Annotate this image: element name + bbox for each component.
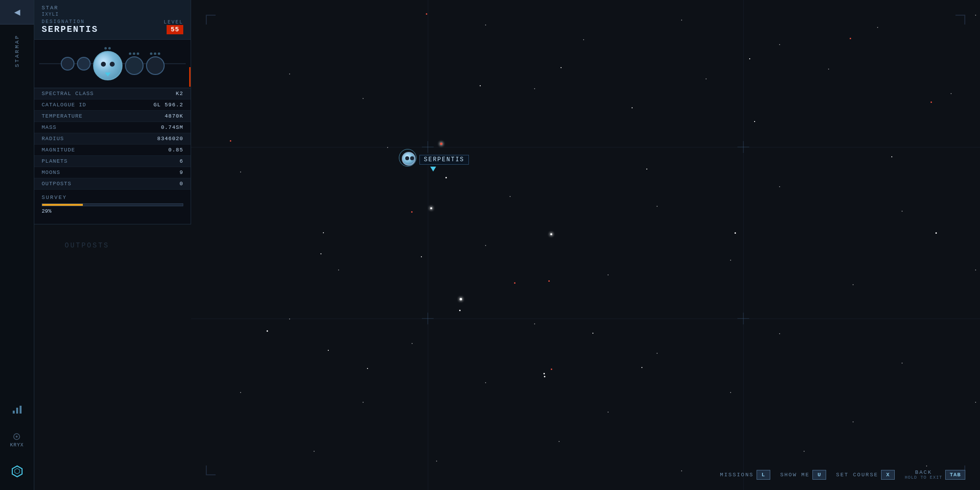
stat-label-1: CATALOGUE ID (42, 102, 86, 108)
bg-star-26 (608, 274, 609, 275)
crosshair-1 (422, 141, 434, 153)
map-star-28 (749, 58, 750, 59)
svg-marker-6 (15, 468, 20, 474)
bg-star-17 (387, 147, 388, 148)
panel-accent (189, 67, 191, 87)
keybind-3: BACK HOLD TO EXIT TAB (905, 469, 965, 480)
map-star-1 (561, 67, 562, 68)
map-star-29 (891, 156, 892, 157)
stat-row-2: TEMPERATURE 4870K (34, 111, 191, 122)
stat-value-6: 6 (179, 158, 183, 164)
bg-star-13 (828, 69, 829, 70)
keybind-key-3[interactable]: TAB (945, 470, 965, 480)
map-star-22 (267, 330, 268, 332)
kryx-location[interactable]: KRYX (10, 433, 24, 448)
map-star-11 (430, 207, 432, 209)
stat-value-3: 0.74SM (161, 124, 183, 130)
stat-row-1: CATALOGUE ID GL 596.2 (34, 99, 191, 111)
map-star-2 (480, 85, 481, 86)
panel-title-row: DESIGNATION SERPENTIS LEVEL 55 (42, 19, 183, 34)
map-star-8 (754, 121, 755, 122)
stats-table: SPECTRAL CLASS K2 CATALOGUE ID GL 596.2 … (34, 88, 191, 190)
keybind-key-2[interactable]: X (881, 470, 895, 480)
keybind-back-label: BACK (915, 469, 932, 475)
survey-fill (42, 204, 83, 206)
stat-value-5: 0.85 (169, 147, 183, 153)
stat-row-0: SPECTRAL CLASS K2 (34, 88, 191, 99)
keybind-key-1[interactable]: U (812, 470, 826, 480)
map-star-7 (632, 107, 633, 108)
bg-star-10 (363, 98, 364, 99)
bg-star-20 (779, 186, 780, 187)
map-star-10 (411, 211, 413, 213)
svg-rect-0 (13, 411, 15, 414)
bg-star-11 (534, 88, 535, 89)
hex-icon[interactable] (8, 463, 26, 480)
outposts-watermark: outpoStS (65, 242, 109, 249)
bg-star-36 (902, 363, 903, 364)
bg-star-40 (363, 402, 364, 403)
stat-row-3: MASS 0.74SM (34, 122, 191, 133)
map-star-30 (935, 232, 937, 234)
keybind-back-block: BACK HOLD TO EXIT (905, 469, 942, 480)
stats-icon[interactable] (8, 400, 26, 418)
planet-3 (125, 52, 144, 75)
star-marker-serpentis[interactable]: SERPENTIS (402, 152, 469, 172)
panel-category: STAR (42, 5, 183, 11)
kryx-label: KRYX (10, 442, 24, 448)
keybind-label-1: SHOW ME (780, 472, 809, 478)
keybind-0: MISSIONS L (720, 470, 770, 480)
corner-bracket-tl (206, 15, 216, 24)
crosshair-4 (737, 313, 749, 324)
stat-row-5: MAGNITUDE 0.85 (34, 145, 191, 156)
bg-star-33 (534, 323, 535, 324)
map-area[interactable]: SERPENTIS (191, 0, 980, 490)
map-star-18 (459, 310, 461, 311)
map-star-6 (440, 143, 442, 145)
bg-star-35 (779, 333, 780, 334)
map-star-19 (320, 253, 321, 254)
map-star-15 (646, 169, 647, 170)
map-star-27 (551, 368, 552, 370)
star-label: SERPENTIS (419, 155, 469, 165)
map-star-14 (550, 233, 552, 235)
map-star-12 (323, 232, 324, 233)
map-star-16 (735, 232, 736, 234)
bg-star-50 (681, 470, 682, 471)
bg-star-31 (289, 318, 290, 319)
keybind-1: SHOW ME U (780, 470, 826, 480)
corner-bracket-bl (206, 466, 216, 475)
survey-section: SURVEY 29% (34, 190, 191, 219)
bg-star-5 (975, 15, 976, 16)
stat-label-0: SPECTRAL CLASS (42, 91, 94, 97)
map-star-24 (367, 368, 368, 369)
stat-row-8: OUTPOSTS 0 (34, 178, 191, 190)
map-star-32 (641, 367, 642, 368)
star-marker-circle (402, 152, 416, 166)
map-star-23 (328, 350, 329, 351)
keybind-key-0[interactable]: L (757, 470, 770, 480)
sidebar-bottom-icons: KRYX (8, 400, 26, 480)
stat-value-7: 9 (179, 170, 183, 175)
collapse-button[interactable]: ◀ (0, 0, 34, 24)
bg-star-34 (657, 353, 658, 354)
bg-star-44 (853, 421, 854, 422)
bg-star-48 (436, 461, 437, 462)
info-panel: STAR IXYLI DESIGNATION SERPENTIS LEVEL 5… (34, 0, 191, 224)
stat-label-2: TEMPERATURE (42, 113, 83, 119)
map-star-13 (514, 282, 515, 284)
planet-4 (146, 52, 165, 75)
bg-star-47 (314, 451, 315, 452)
bg-star-3 (779, 44, 780, 45)
map-star-26 (544, 376, 545, 377)
bg-star-39 (240, 392, 241, 393)
designation-block: DESIGNATION SERPENTIS (42, 19, 98, 34)
survey-label: SURVEY (42, 195, 183, 200)
svg-marker-5 (12, 466, 22, 477)
bg-star-49 (559, 441, 560, 442)
stat-row-6: PLANETS 6 (34, 156, 191, 167)
map-star-25 (543, 373, 545, 374)
stat-label-3: MASS (42, 124, 56, 130)
map-star-21 (548, 280, 550, 282)
bg-star-18 (510, 196, 511, 197)
